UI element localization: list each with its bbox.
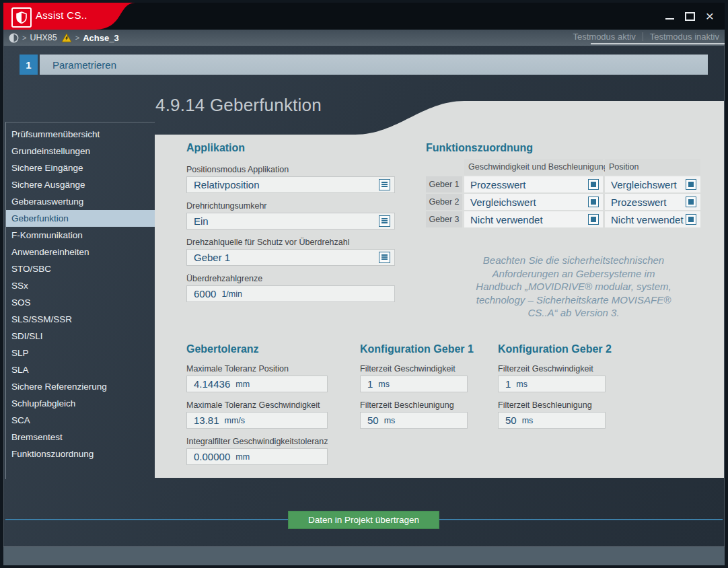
cell-value: Nicht verwendet bbox=[470, 214, 543, 225]
field-value: Ein bbox=[194, 215, 209, 227]
chevron-icon: > bbox=[22, 34, 26, 42]
sidebar-item-sichere-ausgaenge[interactable]: Sichere Ausgänge bbox=[6, 176, 155, 193]
sidebar-item-slp[interactable]: SLP bbox=[6, 345, 155, 361]
cell-value: Prozesswert bbox=[611, 197, 667, 208]
field-value: 50 bbox=[367, 415, 379, 426]
field-label: Filterzeit Beschleunigung bbox=[360, 400, 468, 410]
testmodus-aktiv-tab[interactable]: Testmodus aktiv bbox=[573, 32, 635, 42]
close-icon[interactable]: × bbox=[706, 9, 714, 23]
page-title: 4.9.14 Geberfunktion bbox=[155, 95, 322, 116]
field-label: Integralfilter Geschwindigkeitstoleranz bbox=[186, 437, 328, 446]
sidebar-item-geberauswertung[interactable]: Geberauswertung bbox=[6, 193, 155, 210]
g2-filterzeit-geschwindigkeit-input[interactable]: 1 ms bbox=[498, 376, 606, 392]
field-label: Filterzeit Geschwindigkeit bbox=[498, 364, 606, 374]
field-label: Maximale Toleranz Position bbox=[186, 364, 328, 374]
sidebar-item-sls-ssm-ssr[interactable]: SLS/SSM/SSR bbox=[6, 311, 155, 328]
sidebar-item-sdi-sli[interactable]: SDI/SLI bbox=[6, 328, 155, 345]
sidebar-item-bremsentest[interactable]: Bremsentest bbox=[6, 429, 155, 446]
table-header-speed-accel: Geschwindigkeit und Beschleunigung bbox=[464, 159, 603, 175]
integralfilter-input[interactable]: 0.00000 mm bbox=[186, 448, 328, 465]
sidebar-item-geberfunktion[interactable]: Geberfunktion bbox=[6, 210, 155, 227]
app-title: Assist CS.. bbox=[36, 9, 87, 21]
sidebar-item-schlupfabgleich[interactable]: Schlupfabgleich bbox=[6, 395, 155, 412]
field-value: 1 bbox=[505, 378, 511, 390]
field-value: Relativposition bbox=[194, 179, 260, 190]
g1-filterzeit-geschwindigkeit-input[interactable]: 1 ms bbox=[360, 376, 468, 392]
drehrichtungsumkehr-dropdown[interactable]: Ein bbox=[186, 213, 395, 229]
dropdown-square-icon bbox=[686, 179, 696, 190]
testmodus-underline bbox=[591, 43, 725, 44]
table-header-empty bbox=[426, 159, 462, 175]
geber2-speed-dropdown[interactable]: Vergleichswert bbox=[464, 194, 603, 210]
field-unit: ms bbox=[522, 416, 534, 425]
sidebar-item-sichere-eingaenge[interactable]: Sichere Eingänge bbox=[6, 159, 155, 176]
safety-note: Beachten Sie die sicherheitstechnischen … bbox=[434, 254, 713, 320]
window-controls: × bbox=[665, 3, 718, 30]
geber1-position-dropdown[interactable]: Vergleichswert bbox=[605, 176, 700, 192]
sidebar-item-sos[interactable]: SOS bbox=[6, 294, 155, 311]
funktionszuordnung-heading: Funktionszuordnung bbox=[426, 142, 533, 154]
dropdown-square-icon bbox=[588, 179, 599, 190]
note-line: Handbuch „MOVIDRIVE® modular, system, bbox=[434, 280, 713, 293]
testmodus-divider bbox=[643, 32, 643, 41]
field-value: 4.14436 bbox=[194, 378, 230, 390]
geber2-position-dropdown[interactable]: Prozesswert bbox=[605, 194, 700, 210]
breadcrumb-axis[interactable]: Achse_3 bbox=[83, 33, 118, 43]
step-bar[interactable]: Parametrieren bbox=[40, 55, 708, 75]
dropdown-square-icon bbox=[686, 214, 696, 225]
geber3-speed-dropdown[interactable]: Nicht verwendet bbox=[464, 211, 603, 227]
drehzahlquelle-dropdown[interactable]: Geber 1 bbox=[186, 249, 395, 266]
sidebar-item-grundeinstellungen[interactable]: Grundeinstellungen bbox=[6, 143, 155, 159]
dropdown-list-icon bbox=[379, 215, 390, 227]
row-label-geber3: Geber 3 bbox=[426, 211, 462, 227]
sidebar-item-anwendereinheiten[interactable]: Anwendereinheiten bbox=[6, 244, 155, 260]
dropdown-list-icon bbox=[379, 252, 390, 263]
cell-value: Vergleichswert bbox=[611, 179, 677, 190]
sidebar-item-sto-sbc[interactable]: STO/SBC bbox=[6, 260, 155, 277]
chevron-icon: > bbox=[75, 34, 79, 42]
ueberdrehzahlgrenze-input[interactable]: 6000 1/min bbox=[186, 285, 395, 302]
dropdown-square-icon bbox=[686, 197, 696, 207]
sidebar-item-pruefsummenuebersicht[interactable]: Prüfsummenübersicht bbox=[6, 126, 155, 143]
field-unit: ms bbox=[516, 380, 527, 389]
cell-value: Prozesswert bbox=[470, 179, 526, 190]
minimize-icon[interactable] bbox=[665, 13, 674, 20]
field-unit: mm/s bbox=[225, 416, 246, 425]
transfer-to-project-button[interactable]: Daten in Projekt übertragen bbox=[288, 511, 439, 529]
table-header-position: Position bbox=[605, 159, 700, 175]
field-unit: mm bbox=[235, 452, 250, 462]
field-unit: ms bbox=[384, 416, 396, 425]
dropdown-square-icon bbox=[588, 214, 599, 225]
field-label: Überdrehzahlgrenze bbox=[186, 274, 395, 283]
sidebar-nav: Prüfsummenübersicht Grundeinstellungen S… bbox=[5, 122, 155, 479]
row-label-geber2: Geber 2 bbox=[426, 194, 462, 210]
sidebar-item-ssx[interactable]: SSx bbox=[6, 277, 155, 294]
sidebar-item-sichere-referenzierung[interactable]: Sichere Referenzierung bbox=[6, 378, 155, 395]
maximize-icon[interactable] bbox=[685, 12, 695, 21]
note-line: CS..A“ ab Version 3. bbox=[434, 306, 713, 320]
step-label: Parametrieren bbox=[40, 59, 116, 71]
g1-filterzeit-beschleunigung-input[interactable]: 50 ms bbox=[360, 412, 468, 429]
positionsmodus-dropdown[interactable]: Relativposition bbox=[186, 176, 395, 193]
g2-filterzeit-beschleunigung-input[interactable]: 50 ms bbox=[498, 412, 606, 429]
sidebar-item-sla[interactable]: SLA bbox=[6, 361, 155, 378]
sidebar-item-funktionszuordnung[interactable]: Funktionszuordnung bbox=[6, 446, 155, 462]
field-value: 0.00000 bbox=[194, 451, 230, 462]
note-line: Anforderungen an Gebersysteme im bbox=[434, 267, 713, 281]
cell-value: Nicht verwendet bbox=[611, 214, 684, 225]
breadcrumb-device[interactable]: UHX85 bbox=[30, 33, 57, 42]
cell-value: Vergleichswert bbox=[470, 197, 536, 208]
dropdown-list-icon bbox=[379, 179, 390, 190]
sidebar-item-f-kommunikation[interactable]: F-Kommunikation bbox=[6, 227, 155, 244]
status-bar bbox=[3, 546, 725, 565]
konfig-geber2-heading: Konfiguration Geber 2 bbox=[498, 343, 612, 355]
field-value: 6000 bbox=[194, 288, 216, 299]
max-toleranz-position-input[interactable]: 4.14436 mm bbox=[186, 376, 328, 392]
gebertoleranz-heading: Gebertoleranz bbox=[186, 343, 259, 355]
sidebar-item-sca[interactable]: SCA bbox=[6, 412, 155, 429]
project-circle-icon[interactable] bbox=[9, 33, 19, 43]
geber3-position-dropdown[interactable]: Nicht verwendet bbox=[605, 211, 700, 227]
geber1-speed-dropdown[interactable]: Prozesswert bbox=[464, 176, 603, 192]
max-toleranz-geschwindigkeit-input[interactable]: 13.81 mm/s bbox=[186, 412, 328, 429]
testmodus-inaktiv-tab[interactable]: Testmodus inaktiv bbox=[650, 32, 719, 42]
